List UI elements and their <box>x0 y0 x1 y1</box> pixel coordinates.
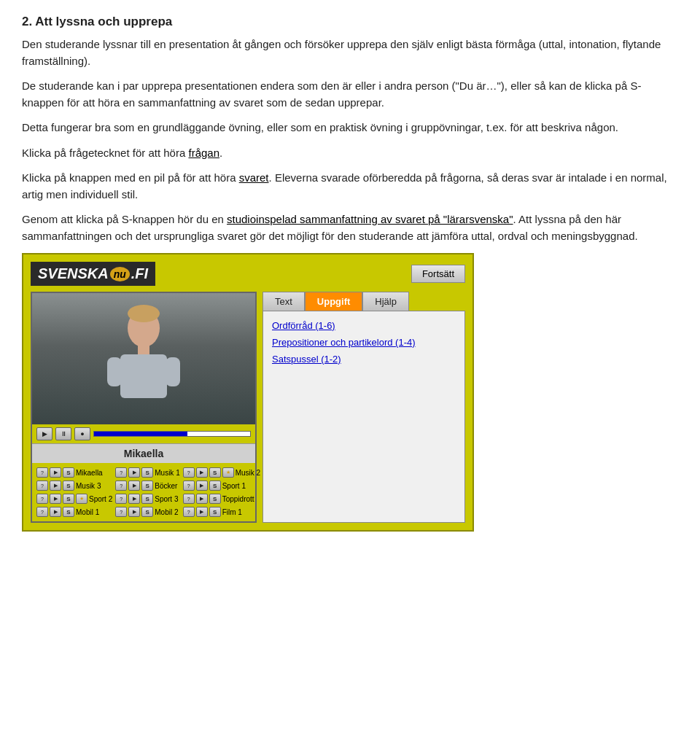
question-btn-bocker[interactable]: ? <box>115 481 127 491</box>
media-label: Sport 3 <box>155 495 178 503</box>
play-btn-musik3[interactable]: ▶ <box>50 481 61 491</box>
video-panel: ▶ ⏸ ● Mikaella ? ▶ S Mikaella ? <box>31 292 257 523</box>
right-panel: Text Uppgift Hjälp Ordförråd (1-6) Prepo… <box>262 292 465 523</box>
media-label: Musik 1 <box>155 469 179 477</box>
question-btn-mobil2[interactable]: ? <box>115 507 127 517</box>
tab-text[interactable]: Text <box>262 292 305 311</box>
list-item: ? ▶ S Film 1 <box>183 507 260 517</box>
s-btn-mobil2[interactable]: S <box>141 507 153 517</box>
play-btn-sport3[interactable]: ▶ <box>128 494 140 504</box>
list-item: ? ▶ S ★ Sport 2 <box>36 494 112 504</box>
s-btn-musik3[interactable]: S <box>63 481 74 491</box>
media-label: Toppidrott <box>222 495 254 503</box>
s-btn-toppidrott[interactable]: S <box>209 494 221 504</box>
task-link-ordforrad[interactable]: Ordförråd (1-6) <box>272 320 456 331</box>
app-content: ▶ ⏸ ● Mikaella ? ▶ S Mikaella ? <box>31 292 465 523</box>
app-logo: SVENSKAnu.FI <box>31 262 155 286</box>
question-btn-film1[interactable]: ? <box>183 507 195 517</box>
video-controls: ▶ ⏸ ● <box>32 424 255 443</box>
svg-rect-3 <box>120 354 167 398</box>
progress-bar <box>93 431 251 437</box>
play-btn-film1[interactable]: ▶ <box>196 507 208 517</box>
tab-content: Ordförråd (1-6) Prepositioner och partik… <box>262 311 465 523</box>
sammanfattning-link[interactable]: studioinspelad sammanfattning av svaret … <box>227 213 513 225</box>
tab-hjalp[interactable]: Hjälp <box>362 292 409 311</box>
s-btn-musik2[interactable]: S <box>209 467 221 478</box>
svg-rect-4 <box>107 357 122 386</box>
play-button[interactable]: ▶ <box>36 427 52 440</box>
media-label: Musik 2 <box>236 469 260 477</box>
star-icon-musik2: ★ <box>222 467 234 478</box>
star-icon-sport2: ★ <box>76 494 88 504</box>
media-label: Musik 3 <box>76 482 101 490</box>
media-label: Sport 2 <box>89 495 112 503</box>
media-label: Film 1 <box>222 508 242 516</box>
play-btn-sport1[interactable]: ▶ <box>196 481 208 491</box>
video-person <box>32 293 255 424</box>
paragraph-5: Klicka på knappen med en pil på för att … <box>22 170 678 203</box>
logo-fi: .FI <box>131 265 148 282</box>
paragraph-2: De studerande kan i par upprepa presenta… <box>22 78 678 111</box>
media-grid: ? ▶ S Mikaella ? ▶ S Musik 1 ? ▶ S ★ Mus… <box>32 463 255 521</box>
tabs-row: Text Uppgift Hjälp <box>262 292 465 311</box>
question-btn-musik3[interactable]: ? <box>36 481 48 491</box>
tab-uppgift[interactable]: Uppgift <box>305 292 362 311</box>
list-item: ? ▶ S Mobil 1 <box>36 507 112 517</box>
fragan-link[interactable]: frågan <box>188 147 219 159</box>
play-btn-mobil2[interactable]: ▶ <box>128 507 140 517</box>
list-item: ? ▶ S Toppidrott <box>183 494 260 504</box>
media-label: Sport 1 <box>222 482 246 490</box>
media-label: Mobil 1 <box>76 508 99 516</box>
play-btn-sport2[interactable]: ▶ <box>50 494 61 504</box>
play-btn-musik1[interactable]: ▶ <box>128 467 140 478</box>
s-btn-sport3[interactable]: S <box>141 494 153 504</box>
question-btn-musik2[interactable]: ? <box>183 467 195 478</box>
question-btn-sport1[interactable]: ? <box>183 481 195 491</box>
s-btn-sport1[interactable]: S <box>209 481 221 491</box>
svg-rect-5 <box>166 357 180 386</box>
list-item: ? ▶ S Böcker <box>115 481 179 491</box>
task-link-prepositioner[interactable]: Prepositioner och partikelord (1-4) <box>272 337 456 348</box>
media-label: Mobil 2 <box>155 508 178 516</box>
svg-rect-2 <box>138 346 149 356</box>
s-btn-film1[interactable]: S <box>209 507 221 517</box>
s-btn-mikaella[interactable]: S <box>63 467 74 478</box>
play-btn-mikaella[interactable]: ▶ <box>50 467 61 478</box>
list-item: ? ▶ S Musik 1 <box>115 467 179 478</box>
question-btn-mikaella[interactable]: ? <box>36 467 48 478</box>
question-btn-sport3[interactable]: ? <box>115 494 127 504</box>
question-btn-mobil1[interactable]: ? <box>36 507 48 517</box>
list-item: ? ▶ S ★ Musik 2 <box>183 467 260 478</box>
play-btn-musik2[interactable]: ▶ <box>196 467 208 478</box>
play-btn-bocker[interactable]: ▶ <box>128 481 140 491</box>
list-item: ? ▶ S Musik 3 <box>36 481 112 491</box>
logo-nu: nu <box>110 267 130 281</box>
app-header: SVENSKAnu.FI Fortsätt <box>31 262 465 286</box>
video-area <box>32 293 255 424</box>
list-item: ? ▶ S Mikaella <box>36 467 112 478</box>
question-btn-musik1[interactable]: ? <box>115 467 127 478</box>
task-link-satspussel[interactable]: Satspussel (1-2) <box>272 354 456 365</box>
fortsatt-button[interactable]: Fortsätt <box>411 265 465 283</box>
svenska-app-box: SVENSKAnu.FI Fortsätt <box>22 253 474 532</box>
play-btn-mobil1[interactable]: ▶ <box>50 507 61 517</box>
question-btn-toppidrott[interactable]: ? <box>183 494 195 504</box>
paragraph-3: Detta fungerar bra som en grundläggande … <box>22 120 678 136</box>
list-item: ? ▶ S Mobil 2 <box>115 507 179 517</box>
s-btn-bocker[interactable]: S <box>141 481 153 491</box>
paragraph-6: Genom att klicka på S-knappen hör du en … <box>22 211 678 244</box>
media-label: Mikaella <box>76 469 103 477</box>
pause-button[interactable]: ⏸ <box>55 427 71 440</box>
svg-point-1 <box>128 305 160 322</box>
stop-button[interactable]: ● <box>74 427 90 440</box>
s-btn-musik1[interactable]: S <box>141 467 153 478</box>
progress-fill <box>94 432 187 436</box>
person-svg <box>100 300 187 417</box>
s-btn-mobil1[interactable]: S <box>63 507 74 517</box>
svaret-link[interactable]: svaret <box>239 171 269 184</box>
play-btn-toppidrott[interactable]: ▶ <box>196 494 208 504</box>
page-heading: 2. Att lyssna och upprepa <box>22 15 678 29</box>
question-btn-sport2[interactable]: ? <box>36 494 48 504</box>
media-label: Böcker <box>155 482 177 490</box>
s-btn-sport2[interactable]: S <box>63 494 74 504</box>
